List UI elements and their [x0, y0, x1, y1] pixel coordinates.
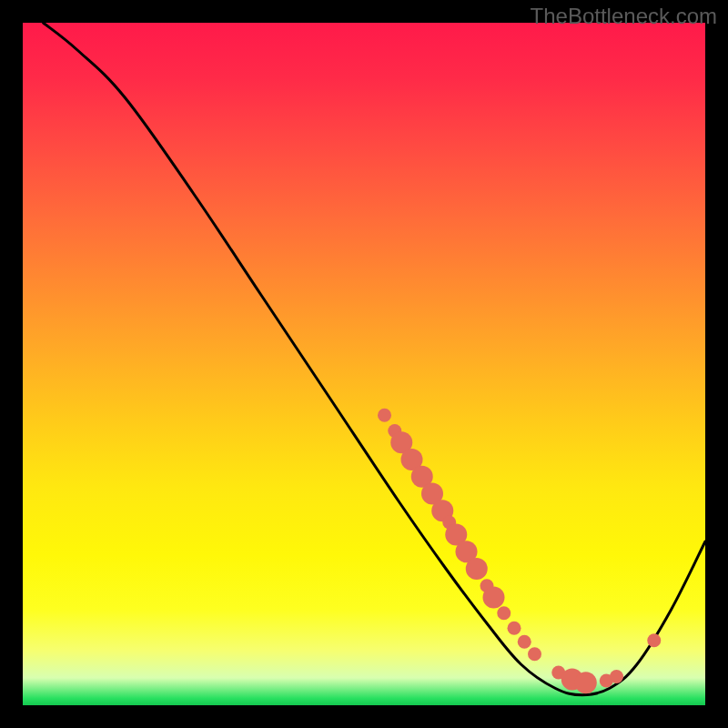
chart-marker	[647, 633, 661, 647]
chart-markers	[378, 409, 661, 694]
chart-marker	[483, 587, 505, 609]
chart-curve	[44, 23, 706, 695]
chart-marker	[466, 558, 488, 580]
chart-marker	[518, 635, 531, 649]
chart-marker	[508, 622, 521, 635]
chart-marker	[610, 670, 623, 683]
chart-svg	[23, 23, 705, 705]
chart-marker	[497, 606, 511, 620]
chart-plot-area	[23, 23, 705, 705]
chart-marker	[378, 409, 391, 422]
chart-marker	[575, 672, 597, 693]
chart-marker	[528, 647, 541, 661]
watermark-text: TheBottleneck.com	[531, 4, 717, 29]
